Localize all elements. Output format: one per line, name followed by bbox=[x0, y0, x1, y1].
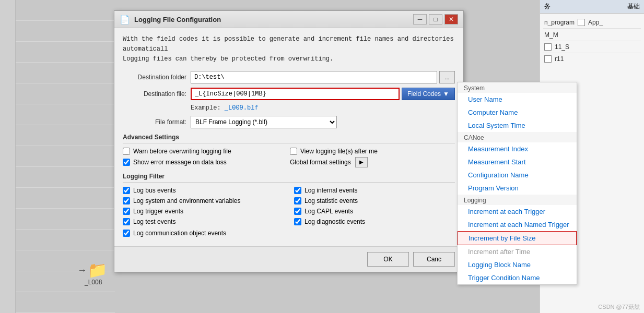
increment-file-size-item[interactable]: Increment by File Size bbox=[458, 231, 577, 245]
logging-file-config-dialog: 📄 Logging File Configuration ─ □ ✕ With … bbox=[114, 10, 464, 272]
maximize-button[interactable]: □ bbox=[429, 14, 442, 25]
show-error-checkbox[interactable] bbox=[123, 159, 130, 166]
log-internal-events-label: Log internal events bbox=[305, 187, 357, 194]
file-format-row: File format: BLF Frame Logging (*.blf) bbox=[123, 116, 455, 128]
dialog-body: With the field codes it is possible to g… bbox=[114, 28, 463, 246]
log-system-env-item: Log system and environment variables bbox=[123, 197, 284, 204]
watermark: CSDN @77菇玆 bbox=[598, 303, 640, 311]
l008-label: _L008 bbox=[85, 279, 102, 286]
right-panel-checkbox-1[interactable] bbox=[578, 19, 585, 26]
computer-name-item[interactable]: Computer Name bbox=[458, 106, 577, 119]
field-codes-label: Field Codes bbox=[407, 90, 441, 98]
browse-button[interactable]: ... bbox=[439, 71, 455, 83]
advanced-settings-grid: Warn before overwriting logging file Vie… bbox=[123, 148, 455, 167]
view-logging-checkbox[interactable] bbox=[290, 148, 297, 155]
right-panel-label-4: r11 bbox=[555, 55, 564, 63]
dialog-titlebar: 📄 Logging File Configuration ─ □ ✕ bbox=[114, 11, 463, 28]
program-version-item[interactable]: Program Version bbox=[458, 182, 577, 195]
log-diagnostic-events-checkbox[interactable] bbox=[294, 218, 301, 225]
description-line1: With the field codes it is possible to g… bbox=[123, 34, 455, 54]
destination-file-input[interactable] bbox=[191, 88, 400, 100]
field-codes-dropdown: System User Name Computer Name Local Sys… bbox=[457, 82, 577, 285]
log-trigger-events-label: Log trigger events bbox=[133, 208, 183, 215]
right-panel-label-2: M_M bbox=[544, 31, 558, 39]
arrow-icon: → bbox=[77, 265, 87, 276]
measurement-index-item[interactable]: Measurement Index bbox=[458, 142, 577, 155]
log-internal-events-item: Log internal events bbox=[294, 187, 455, 194]
file-format-label: File format: bbox=[123, 118, 191, 126]
warn-label: Warn before overwriting logging file bbox=[133, 148, 231, 155]
dialog-title-icon: 📄 bbox=[120, 15, 130, 25]
destination-folder-input[interactable] bbox=[191, 71, 437, 83]
log-diagnostic-events-item: Log diagnostic events bbox=[294, 218, 455, 225]
cancel-button[interactable]: Canc bbox=[413, 252, 455, 267]
log-comm-object-checkbox[interactable] bbox=[123, 230, 130, 237]
logging-section-label: Logging bbox=[458, 195, 577, 205]
log-capl-events-checkbox[interactable] bbox=[294, 208, 301, 215]
user-name-item[interactable]: User Name bbox=[458, 93, 577, 106]
right-panel-label-1b: App_ bbox=[588, 19, 603, 26]
logging-filter-grid: Log bus events Log internal events Log s… bbox=[123, 187, 455, 225]
logging-filter-header: Logging Filter bbox=[123, 173, 455, 183]
log-bus-events-item: Log bus events bbox=[123, 187, 284, 194]
file-format-select[interactable]: BLF Frame Logging (*.blf) bbox=[191, 116, 337, 128]
logging-block-name-item[interactable]: Logging Block Name bbox=[458, 258, 577, 271]
system-section-label: System bbox=[458, 82, 577, 93]
right-panel-checkbox-4[interactable] bbox=[544, 55, 552, 63]
log-comm-object-label: Log communication object events bbox=[133, 230, 226, 237]
right-panel-row-1: n_program App_ bbox=[543, 17, 641, 29]
destination-folder-label: Destination folder bbox=[123, 74, 191, 81]
field-codes-button[interactable]: Field Codes ▼ bbox=[402, 88, 455, 100]
configuration-name-item[interactable]: Configuration Name bbox=[458, 168, 577, 182]
log-test-events-checkbox[interactable] bbox=[123, 218, 130, 225]
right-panel-title1: 务 bbox=[544, 2, 551, 11]
trigger-condition-name-item[interactable]: Trigger Condition Name bbox=[458, 271, 577, 284]
description-text: With the field codes it is possible to g… bbox=[123, 34, 455, 65]
dialog-title-left: 📄 Logging File Configuration bbox=[120, 15, 221, 25]
field-codes-arrow: ▼ bbox=[443, 90, 449, 98]
description-line2: Logging files can thereby be protected f… bbox=[123, 54, 455, 64]
log-system-env-checkbox[interactable] bbox=[123, 197, 130, 204]
increment-named-trigger-item[interactable]: Increment at each Named Trigger bbox=[458, 218, 577, 231]
increment-each-trigger-item[interactable]: Increment at each Trigger bbox=[458, 205, 577, 218]
right-panel-row-3: 11_S bbox=[543, 41, 641, 53]
example-label: Example: bbox=[191, 104, 221, 112]
global-format-button[interactable]: ▶ bbox=[355, 157, 368, 167]
log-internal-events-checkbox[interactable] bbox=[294, 187, 301, 194]
log-statistic-events-checkbox[interactable] bbox=[294, 197, 301, 204]
warn-checkbox-item: Warn before overwriting logging file bbox=[123, 148, 288, 155]
log-bus-events-label: Log bus events bbox=[133, 187, 175, 194]
log-statistic-events-label: Log statistic events bbox=[305, 197, 358, 204]
global-format-label: Global format settings bbox=[290, 159, 351, 166]
right-panel-body: n_program App_ M_M 11_S r11 bbox=[540, 14, 644, 68]
warn-checkbox[interactable] bbox=[123, 148, 130, 155]
show-error-label: Show error message on data loss bbox=[133, 159, 227, 166]
log-bus-events-checkbox[interactable] bbox=[123, 187, 130, 194]
canoe-section-label: CANoe bbox=[458, 132, 577, 142]
log-test-events-item: Log test events bbox=[123, 218, 284, 225]
view-logging-checkbox-item: View logging file(s) after me bbox=[290, 148, 455, 155]
log-trigger-events-item: Log trigger events bbox=[123, 208, 284, 215]
local-system-time-item[interactable]: Local System Time bbox=[458, 119, 577, 132]
log-capl-events-label: Log CAPL events bbox=[305, 208, 353, 215]
right-panel-row-4: r11 bbox=[543, 53, 641, 65]
close-button[interactable]: ✕ bbox=[444, 14, 458, 25]
example-row: Example: _L009.blf bbox=[191, 104, 455, 112]
log-test-events-label: Log test events bbox=[133, 218, 175, 225]
right-panel-header: 务 基础 bbox=[540, 0, 644, 14]
log-system-env-label: Log system and environment variables bbox=[133, 197, 240, 204]
minimize-button[interactable]: ─ bbox=[413, 14, 427, 25]
log-trigger-events-checkbox[interactable] bbox=[123, 208, 130, 215]
log-capl-events-item: Log CAPL events bbox=[294, 208, 455, 215]
increment-after-time-item[interactable]: Increment after Time bbox=[458, 245, 577, 258]
destination-file-label: Destination file: bbox=[123, 90, 191, 98]
destination-file-row: Destination file: Field Codes ▼ bbox=[123, 88, 455, 100]
folder-icon: 📁 bbox=[88, 261, 107, 279]
right-panel-row-2: M_M bbox=[543, 29, 641, 41]
measurement-start-item[interactable]: Measurement Start bbox=[458, 155, 577, 168]
dialog-footer: OK Canc bbox=[114, 246, 463, 272]
right-panel-checkbox-3[interactable] bbox=[544, 43, 552, 51]
destination-folder-row: Destination folder ... bbox=[123, 71, 455, 83]
view-logging-label: View logging file(s) after me bbox=[300, 148, 378, 155]
ok-button[interactable]: OK bbox=[367, 252, 409, 267]
